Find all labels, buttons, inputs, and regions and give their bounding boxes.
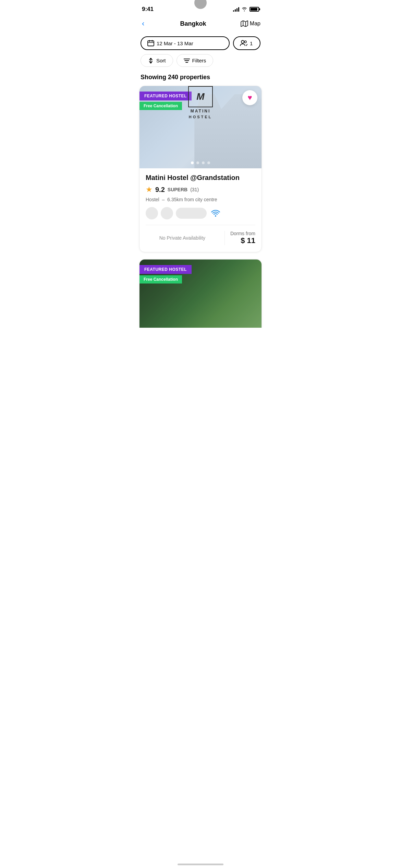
- sort-button[interactable]: Sort: [141, 54, 173, 67]
- guests-count: 1: [250, 40, 253, 46]
- dorms-price: Dorms from $ 11: [225, 231, 255, 245]
- property-card-2[interactable]: FEATURED HOSTEL Free Cancellation: [139, 259, 262, 328]
- image-dots-indicator: [191, 161, 210, 164]
- wifi-status-icon: [241, 7, 247, 12]
- pricing-row: No Private Availability Dorms from $ 11: [146, 225, 255, 245]
- dot-3: [202, 161, 205, 164]
- filters-label: Filters: [192, 58, 206, 63]
- back-button[interactable]: ‹: [141, 18, 146, 29]
- status-time: 9:41: [142, 6, 154, 13]
- sort-label: Sort: [156, 58, 166, 63]
- filters-icon: [184, 58, 190, 63]
- property-title: Matini Hostel @Grandstation: [146, 174, 255, 182]
- date-filter-pill[interactable]: 12 Mar - 13 Mar: [141, 36, 230, 50]
- svg-point-16: [215, 215, 216, 217]
- dot-1: [191, 161, 194, 164]
- sort-filters-row: Sort Filters: [134, 52, 267, 71]
- hostel-name-1: MATINI: [191, 109, 210, 113]
- rating-score: 9.2: [155, 186, 165, 194]
- svg-point-7: [244, 41, 246, 43]
- signal-icon: [233, 7, 239, 12]
- star-icon: ★: [146, 185, 153, 194]
- calendar-icon: [147, 40, 154, 46]
- status-icons: [233, 7, 259, 12]
- property-card-1[interactable]: M MATINI HOSTEL FEATURED HOSTEL Free Can…: [139, 86, 262, 252]
- guests-icon: [240, 40, 247, 46]
- map-label: Map: [250, 21, 260, 27]
- sort-icon: [148, 58, 154, 63]
- rating-label: SUPERB: [168, 187, 187, 192]
- card-body-1: Matini Hostel @Grandstation ★ 9.2 SUPERB…: [139, 168, 262, 252]
- wifi-amenity-icon: [209, 207, 222, 219]
- guests-filter-pill[interactable]: 1: [233, 36, 260, 50]
- rating-row: ★ 9.2 SUPERB (31): [146, 185, 255, 194]
- page-title: Bangkok: [180, 20, 206, 27]
- map-icon: [241, 21, 248, 27]
- property-type: Hostel – 6.35km from city centre: [146, 197, 255, 202]
- nav-header: ‹ Bangkok Map: [134, 16, 267, 34]
- logo-m: M: [196, 91, 204, 102]
- amenity-pill-3: [176, 208, 207, 219]
- filters-button[interactable]: Filters: [177, 54, 214, 67]
- card-image-1: M MATINI HOSTEL FEATURED HOSTEL Free Can…: [139, 86, 262, 168]
- hostel-name-2: HOSTEL: [189, 115, 212, 119]
- card-image-2: FEATURED HOSTEL Free Cancellation: [139, 260, 262, 328]
- svg-rect-2: [148, 41, 154, 46]
- dot-2: [196, 161, 199, 164]
- properties-count: Showing 240 properties: [134, 71, 267, 86]
- hostel-logo: M MATINI HOSTEL: [139, 86, 262, 119]
- date-range-label: 12 Mar - 13 Mar: [157, 40, 193, 46]
- dorms-from-label: Dorms from: [230, 231, 255, 236]
- dot-4: [207, 161, 210, 164]
- amenity-pill-2: [161, 207, 173, 219]
- amenity-row: [146, 207, 255, 219]
- cancellation-badge-2: Free Cancellation: [139, 275, 182, 284]
- featured-badge-2: FEATURED HOSTEL: [139, 265, 192, 274]
- no-private-label: No Private Availability: [146, 231, 224, 245]
- battery-icon: [250, 7, 259, 12]
- dorms-price-amount: $ 11: [241, 236, 255, 245]
- map-button[interactable]: Map: [241, 21, 260, 27]
- amenity-pill-1: [146, 207, 158, 219]
- rating-count: (31): [190, 187, 199, 192]
- svg-point-6: [241, 40, 244, 43]
- hostel-logo-box: M: [188, 86, 213, 107]
- filter-row: 12 Mar - 13 Mar 1: [134, 34, 267, 52]
